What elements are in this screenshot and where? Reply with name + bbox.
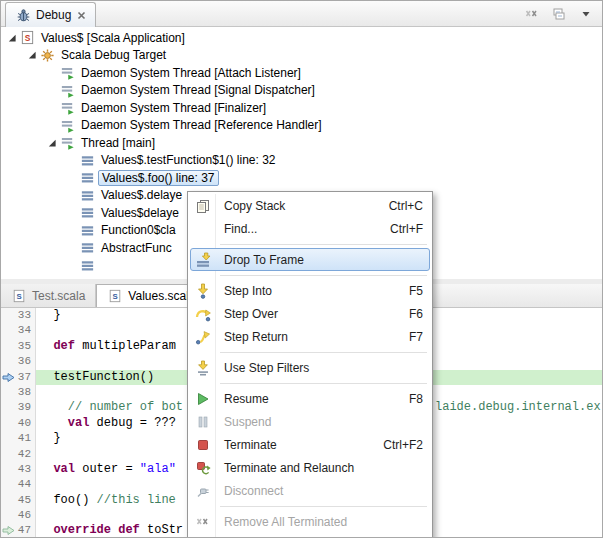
- line-number[interactable]: 43: [1, 462, 31, 477]
- menu-item-label: Copy Stack: [224, 199, 285, 213]
- thread-icon: [59, 100, 75, 116]
- line-number[interactable]: 46: [1, 508, 31, 523]
- debug-view-tab[interactable]: Debug: [5, 2, 96, 27]
- menu-separator: [190, 502, 430, 510]
- menu-separator: [190, 240, 430, 248]
- line-number[interactable]: 36: [1, 354, 31, 369]
- thread-icon: [59, 135, 75, 151]
- menu-item-remove-all-terminated: Remove All Terminated: [190, 510, 430, 533]
- menu-item-disconnect: Disconnect: [190, 479, 430, 502]
- frame-pointer-icon: [2, 525, 16, 537]
- stack-frame-icon: [79, 170, 95, 186]
- tree-item-daemon-system-thread-finalizer[interactable]: Daemon System Thread [Finalizer]: [1, 99, 602, 117]
- tree-item-daemon-system-thread-reference-handler[interactable]: Daemon System Thread [Reference Handler]: [1, 117, 602, 135]
- view-menu-icon[interactable]: [577, 6, 595, 22]
- line-number[interactable]: 34: [1, 323, 31, 338]
- menu-item-drop-to-frame[interactable]: Drop To Frame: [190, 248, 430, 271]
- tree-item-daemon-system-thread-attach-listener[interactable]: Daemon System Thread [Attach Listener]: [1, 64, 602, 82]
- menu-item-label: Remove All Terminated: [224, 515, 347, 529]
- menu-item-shortcut: F8: [409, 392, 423, 406]
- tree-item-label: Values$.foo() line: 37: [98, 170, 219, 186]
- stack-frame-icon: [79, 187, 95, 203]
- scala-file-icon: S: [107, 288, 123, 304]
- line-number[interactable]: 33: [1, 308, 31, 323]
- menu-item-step-return[interactable]: Step ReturnF7: [190, 325, 430, 348]
- line-number[interactable]: 44: [1, 477, 31, 492]
- editor-tab-label: Values.scala: [128, 289, 195, 303]
- menu-item-step-into[interactable]: Step IntoF5: [190, 279, 430, 302]
- debug-context-menu: Copy StackCtrl+CFind...Ctrl+FDrop To Fra…: [187, 191, 433, 538]
- terminate-icon: [191, 437, 215, 453]
- step-return-icon: [191, 329, 215, 345]
- menu-item-suspend: Suspend: [190, 410, 430, 433]
- menu-item-label: Step Over: [224, 307, 278, 321]
- tree-item-values-foo-line-37[interactable]: Values$.foo() line: 37: [1, 169, 602, 187]
- menu-item-shortcut: F7: [409, 330, 423, 344]
- menu-item-label: Suspend: [224, 415, 271, 429]
- expand-arrow-icon[interactable]: [5, 33, 19, 43]
- debug-target-icon: [39, 47, 55, 63]
- scala-file-icon: S: [11, 288, 27, 304]
- tree-item-daemon-system-thread-signal-dispatcher[interactable]: Daemon System Thread [Signal Dispatcher]: [1, 82, 602, 100]
- code-text: foo() //this line: [39, 493, 176, 508]
- menu-item-terminate[interactable]: TerminateCtrl+F2: [190, 433, 430, 456]
- tree-item-values-testfunction-1-line-32[interactable]: Values$.testFunction$1() line: 32: [1, 152, 602, 170]
- code-text: override def toStr: [39, 523, 183, 537]
- menu-item-label: Drop To Frame: [224, 253, 304, 267]
- code-text: def multipleParam: [39, 339, 176, 354]
- line-number[interactable]: 41: [1, 431, 31, 446]
- menu-item-label: Step Return: [224, 330, 288, 344]
- debug-view-tab-label: Debug: [36, 8, 71, 22]
- bug-icon: [15, 7, 31, 23]
- tree-item-scala-debug-target[interactable]: Scala Debug Target: [1, 47, 602, 65]
- menu-item-label: Resume: [224, 392, 269, 406]
- svg-text:S: S: [16, 292, 21, 301]
- tree-item-label: Daemon System Thread [Signal Dispatcher]: [78, 82, 318, 98]
- line-number[interactable]: 38: [1, 385, 31, 400]
- code-text: val debug = ???: [39, 416, 176, 431]
- eclipse-debug-window: Debug SValues$ [Scala Application]Scala …: [0, 0, 603, 538]
- menu-item-shortcut: F6: [409, 307, 423, 321]
- menu-item-copy-stack[interactable]: Copy StackCtrl+C: [190, 194, 430, 217]
- tree-item-thread-main[interactable]: Thread [main]: [1, 134, 602, 152]
- code-text: val outer = "ala": [39, 462, 176, 477]
- menu-item-label: Terminate and Relaunch: [224, 461, 354, 475]
- remove-all-terminated-icon[interactable]: [523, 6, 541, 22]
- expand-arrow-icon[interactable]: [25, 50, 39, 60]
- editor-tab-test-scala[interactable]: S Test.scala: [1, 284, 96, 307]
- menu-item-resume[interactable]: ResumeF8: [190, 387, 430, 410]
- editor-tab-label: Test.scala: [32, 289, 85, 303]
- line-number[interactable]: 45: [1, 493, 31, 508]
- step-into-icon: [191, 283, 215, 299]
- menu-item-find[interactable]: Find...Ctrl+F: [190, 217, 430, 240]
- code-text: }: [39, 431, 61, 446]
- code-text: testFunction(): [39, 370, 154, 385]
- menu-item-terminate-and-relaunch[interactable]: Terminate and Relaunch: [190, 456, 430, 479]
- menu-separator: [190, 348, 430, 356]
- close-icon[interactable]: [76, 7, 86, 23]
- svg-text:S: S: [24, 33, 30, 43]
- drop-to-frame-icon: [191, 252, 215, 268]
- step-filters-icon: [191, 360, 215, 376]
- line-number[interactable]: 40: [1, 416, 31, 431]
- suspend-icon: [191, 414, 215, 430]
- thread-icon: [59, 117, 75, 133]
- debug-view-header: Debug: [1, 1, 602, 27]
- collapse-all-icon[interactable]: [550, 6, 568, 22]
- line-number[interactable]: 35: [1, 339, 31, 354]
- expand-arrow-icon[interactable]: [45, 138, 59, 148]
- menu-item-use-step-filters[interactable]: Use Step Filters: [190, 356, 430, 379]
- menu-item-step-over[interactable]: Step OverF6: [190, 302, 430, 325]
- menu-item-relaunch[interactable]: Relaunch: [190, 533, 430, 538]
- line-number[interactable]: 42: [1, 447, 31, 462]
- disconnect-icon: [191, 483, 215, 499]
- tree-item-label: Daemon System Thread [Reference Handler]: [78, 117, 325, 133]
- menu-item-label: Disconnect: [224, 484, 283, 498]
- step-over-icon: [191, 306, 215, 322]
- line-number[interactable]: 39: [1, 400, 31, 415]
- resume-icon: [191, 391, 215, 407]
- tree-item-label: Function0$cla: [98, 222, 179, 238]
- debug-view-toolbar: [523, 6, 595, 22]
- menu-item-shortcut: Ctrl+C: [389, 199, 423, 213]
- tree-item-values-scala-application[interactable]: SValues$ [Scala Application]: [1, 29, 602, 47]
